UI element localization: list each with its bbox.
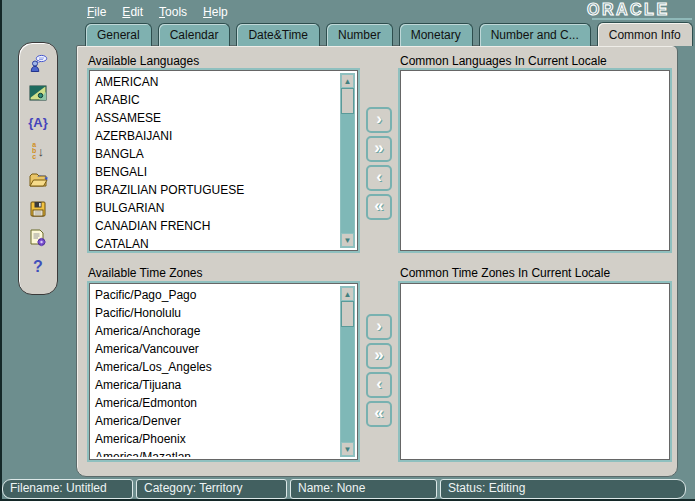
status-category: Category: Territory	[136, 479, 287, 499]
available-timezones-label: Available Time Zones	[88, 266, 203, 280]
new-territory-icon[interactable]	[27, 83, 49, 103]
open-file-icon[interactable]	[27, 170, 49, 190]
list-item[interactable]: CATALAN	[92, 235, 338, 248]
generate-nlt-icon[interactable]	[27, 228, 49, 248]
list-item[interactable]: Pacific/Pago_Pago	[92, 286, 338, 304]
new-linguistic-sort-icon[interactable]: abc↓	[27, 141, 49, 161]
list-item[interactable]: America/Los_Angeles	[92, 358, 338, 376]
locale-builder-window: File Edit Tools Help ORACLE General Cale…	[0, 0, 695, 501]
scrollbar[interactable]: ▲ ▼	[340, 286, 355, 457]
add-all-timezones-button[interactable]: »	[366, 343, 392, 369]
common-languages-label: Common Languages In Current Locale	[400, 54, 607, 68]
tab[interactable]: Monetary	[399, 23, 473, 46]
list-item[interactable]: America/Phoenix	[92, 430, 338, 448]
language-transfer-buttons: › » ‹ «	[366, 107, 392, 220]
scroll-up-icon[interactable]: ▲	[341, 74, 354, 88]
scroll-thumb[interactable]	[341, 301, 354, 327]
list-item[interactable]: ASSAMESE	[92, 109, 338, 127]
add-language-button[interactable]: ›	[366, 107, 392, 133]
tab[interactable]: Number and C...	[479, 23, 591, 46]
scrollbar[interactable]: ▲ ▼	[340, 73, 355, 248]
remove-language-button[interactable]: ‹	[366, 165, 392, 191]
menu-item[interactable]: Help	[201, 4, 230, 20]
scroll-track[interactable]	[341, 301, 354, 442]
tab-bar: General Calendar Date&Time Number Moneta…	[85, 22, 695, 46]
menu-item[interactable]: File	[85, 4, 108, 20]
oracle-logo: ORACLE	[586, 1, 692, 21]
scroll-track[interactable]	[341, 88, 354, 233]
common-languages-list[interactable]	[398, 68, 672, 253]
available-timezones-list: Pacific/Pago_Pago Pacific/Honolulu Ameri…	[87, 281, 360, 462]
svg-text:ORACLE: ORACLE	[587, 1, 670, 18]
add-all-languages-button[interactable]: »	[366, 136, 392, 162]
available-languages-label: Available Languages	[88, 54, 199, 68]
new-language-icon[interactable]	[27, 54, 49, 74]
common-timezones-list[interactable]	[398, 281, 672, 462]
status-name: Name: None	[290, 479, 437, 499]
common-timezones-label: Common Time Zones In Current Locale	[400, 266, 610, 280]
list-item[interactable]: BANGLA	[92, 145, 338, 163]
side-toolbar: {A} abc↓	[18, 42, 58, 295]
status-editing: Status: Editing	[440, 479, 686, 499]
list-item[interactable]: BENGALI	[92, 163, 338, 181]
remove-all-languages-button[interactable]: «	[366, 194, 392, 220]
tab[interactable]: Common Info	[597, 22, 693, 46]
timezone-transfer-buttons: › » ‹ «	[366, 314, 392, 427]
tab[interactable]: Number	[326, 23, 393, 46]
menu-item[interactable]: Tools	[157, 4, 189, 20]
scroll-thumb[interactable]	[341, 88, 354, 114]
list-item[interactable]: AZERBAIJANI	[92, 127, 338, 145]
tab[interactable]: Date&Time	[236, 23, 320, 46]
help-icon[interactable]: ?	[27, 257, 49, 277]
new-character-set-icon[interactable]: {A}	[27, 112, 49, 132]
window-edge	[0, 0, 2, 501]
remove-all-timezones-button[interactable]: «	[366, 401, 392, 427]
save-file-icon[interactable]	[27, 199, 49, 219]
list-item[interactable]: Pacific/Honolulu	[92, 304, 338, 322]
scroll-down-icon[interactable]: ▼	[341, 442, 354, 456]
list-item[interactable]: America/Denver	[92, 412, 338, 430]
logo-underline	[592, 18, 692, 20]
list-item[interactable]: AMERICAN	[92, 73, 338, 91]
list-item[interactable]: BULGARIAN	[92, 199, 338, 217]
available-languages-list: AMERICAN ARABIC ASSAMESE AZERBAIJANI BAN…	[87, 68, 360, 253]
menu-bar: File Edit Tools Help	[85, 4, 230, 20]
scroll-up-icon[interactable]: ▲	[341, 287, 354, 301]
status-bar: Filename: Untitled Category: Territory N…	[2, 479, 686, 499]
list-item[interactable]: ARABIC	[92, 91, 338, 109]
menu-item[interactable]: Edit	[120, 4, 145, 20]
scroll-down-icon[interactable]: ▼	[341, 233, 354, 247]
list-item[interactable]: CANADIAN FRENCH	[92, 217, 338, 235]
remove-timezone-button[interactable]: ‹	[366, 372, 392, 398]
tab[interactable]: Calendar	[158, 23, 231, 46]
list-item[interactable]: America/Mazatlan	[92, 448, 338, 457]
list-item[interactable]: America/Vancouver	[92, 340, 338, 358]
list-item[interactable]: America/Tijuana	[92, 376, 338, 394]
list-item[interactable]: America/Edmonton	[92, 394, 338, 412]
status-filename: Filename: Untitled	[2, 479, 133, 499]
tab[interactable]: General	[85, 23, 152, 46]
add-timezone-button[interactable]: ›	[366, 314, 392, 340]
list-item[interactable]: BRAZILIAN PORTUGUESE	[92, 181, 338, 199]
list-item[interactable]: America/Anchorage	[92, 322, 338, 340]
